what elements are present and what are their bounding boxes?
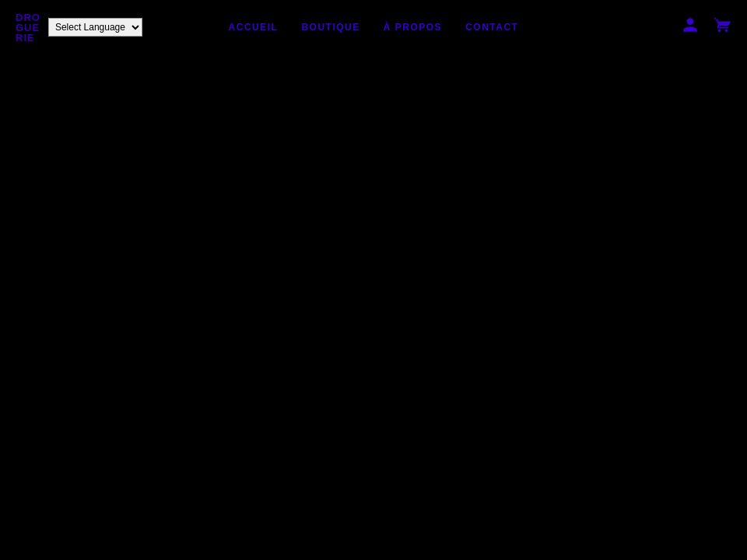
- header-left: DRO GUE RIE Select Language English Fran…: [16, 12, 142, 43]
- cart-icon[interactable]: [714, 16, 731, 38]
- main-content: [0, 54, 747, 560]
- header-right: [682, 16, 731, 38]
- nav-accueil[interactable]: ACCUEIL: [229, 22, 279, 33]
- nav-boutique[interactable]: BOUTIQUE: [301, 22, 359, 33]
- language-select[interactable]: Select Language English Français Español…: [48, 18, 142, 37]
- site-logo: DRO GUE RIE: [16, 12, 40, 43]
- nav-a-propos[interactable]: À PROPOS: [384, 22, 442, 33]
- site-header: DRO GUE RIE Select Language English Fran…: [0, 0, 747, 54]
- logo-line3: RIE: [16, 33, 40, 43]
- main-nav: ACCUEIL BOUTIQUE À PROPOS CONTACT: [229, 22, 519, 33]
- logo-line1: DRO: [16, 12, 40, 23]
- nav-contact[interactable]: CONTACT: [465, 22, 518, 33]
- user-icon[interactable]: [682, 16, 699, 38]
- logo-line2: GUE: [16, 23, 40, 33]
